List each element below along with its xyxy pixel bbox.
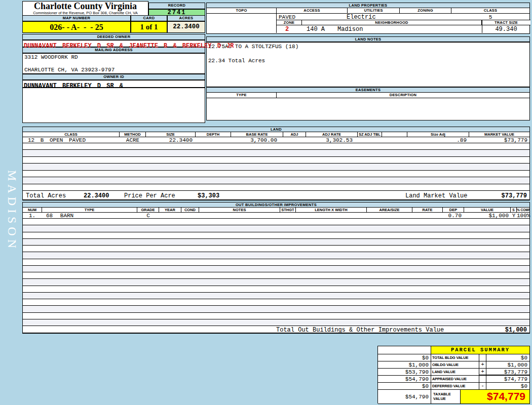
out-buildings-empty-rows <box>22 219 530 326</box>
acres-value: 22.3400 <box>167 21 205 33</box>
zoning-label: ZONING <box>400 8 451 13</box>
empty-table-row <box>23 184 529 190</box>
easement-type-label: TYPE <box>207 93 277 98</box>
card-label: CARD <box>131 15 167 21</box>
out-buildings-table: OUT BUILDINGS/OTHER IMPROVEMENTS NUMTYPE… <box>22 202 530 334</box>
deeded-owner-value: DUNNAVANT BERKELEY D SR & JEANETTE B & B… <box>22 40 205 47</box>
land-properties-label: LAND PROPERTIES <box>206 3 530 8</box>
empty-table-row <box>23 319 529 326</box>
taxable-left-value: $54,790 <box>378 390 431 404</box>
land-row: 12 B OPEN PAVED ACRE 22.3400 3,700.00 3,… <box>22 137 530 143</box>
class-label: CLASS <box>451 8 529 13</box>
topo-cell <box>207 14 277 33</box>
summary-right-value: $73,779 <box>486 369 530 376</box>
owner-id-label: OWNER ID <box>22 74 205 80</box>
easement-description-label: DESCRIPTION <box>277 93 529 98</box>
topo-label: TOPO <box>207 8 277 13</box>
empty-table-row <box>23 143 529 150</box>
map-number-label: MAP NUMBER <box>22 15 131 21</box>
summary-left-value: $54,790 <box>378 376 431 383</box>
tract-size-value: 49.340 <box>482 26 530 32</box>
summary-left-value: $1,000 <box>378 361 431 369</box>
land-totals-row: Total Acres 22.3400 Price Per Acre $3,30… <box>22 190 530 200</box>
deeded-owner-label: DEEDED OWNER <box>22 34 205 40</box>
summary-sign <box>479 376 486 383</box>
header-block: Charlotte County Virginia Commissioner o… <box>22 1 205 33</box>
county-title: Charlotte County Virginia <box>23 2 148 11</box>
easements-header-row: TYPE DESCRIPTION <box>206 93 530 98</box>
empty-table-row <box>23 246 529 252</box>
summary-sign <box>479 354 486 361</box>
access-label: ACCESS <box>277 8 348 13</box>
neighborhood-vertical-label: MADISON <box>2 170 19 246</box>
summary-right-value: $0 <box>486 383 530 390</box>
land-properties-values: PAVED Electric 5 ZONE NEIGHBORHOOD TRACT… <box>206 14 530 34</box>
price-per-acre-value: $3,303 <box>198 193 219 199</box>
owner-id-value: DUNNAVANT BERKELEY D SR & <box>22 80 205 88</box>
summary-right-value: $0 <box>486 354 530 361</box>
zone-header-row: ZONE NEIGHBORHOOD TRACT SIZE <box>277 20 530 25</box>
acres-label: ACRES <box>167 15 205 21</box>
map-number-value: 026- - A- - - 25 <box>22 21 131 33</box>
empty-table-row <box>23 306 529 312</box>
empty-table-row <box>23 259 529 266</box>
land-section-label: LAND <box>22 127 530 132</box>
county-title-box: Charlotte County Virginia Commissioner o… <box>22 1 148 16</box>
price-per-acre-label: Price Per Acre <box>124 193 175 199</box>
land-columns-header: CLASSMETHOD SIZEDEPTH BASE RATEADJ ADJ R… <box>22 132 530 137</box>
card-value: 1 of 1 <box>131 21 167 33</box>
summary-sign: + <box>479 369 486 376</box>
empty-table-row <box>23 299 529 306</box>
summary-row-label: TOTAL BLDG VALUE <box>431 354 479 361</box>
empty-table-row <box>23 286 529 293</box>
empty-table-row <box>23 239 529 246</box>
out-buildings-total-value: $1,000 <box>505 327 527 333</box>
neighborhood-code: 140 A <box>307 26 325 32</box>
empty-table-row <box>23 157 529 164</box>
out-buildings-section-label: OUT BUILDINGS/OTHER IMPROVEMENTS <box>22 202 530 208</box>
summary-row-label: OBLDG VALUE <box>431 361 479 369</box>
parcel-summary: PARCEL SUMMARY $0 TOTAL BLDG VALUE $0 $1… <box>377 346 530 403</box>
summary-right-value: $74,779 <box>486 376 530 383</box>
empty-table-row <box>23 252 529 259</box>
county-subtitle: Commissioner of the Revenue, PO Box 308,… <box>23 11 148 15</box>
easements-block: EASEMENTS TYPE DESCRIPTION <box>206 87 530 120</box>
land-market-value: $73,779 <box>502 193 527 199</box>
empty-table-row <box>23 293 529 299</box>
easements-label: EASEMENTS <box>206 87 530 93</box>
land-note-line2: 22.34 Total Acres <box>208 58 265 64</box>
summary-left-value: $0 <box>378 354 431 361</box>
land-notes-label: LAND NOTES <box>206 36 530 42</box>
out-buildings-total-label: Total Out Buildings & Other Improvements… <box>276 327 444 333</box>
summary-row-label: DEFERRED VALUE <box>431 383 479 390</box>
owner-empty-box <box>22 88 205 123</box>
empty-table-row <box>23 164 529 170</box>
total-acres-value: 22.3400 <box>84 193 109 199</box>
summary-row-label: APPRAISED VALUE <box>431 376 479 383</box>
mailing-address-box: 3312 WOODFORK RD CHARLOTTE CH, VA 23923-… <box>22 53 205 74</box>
neighborhood-name: Madison <box>337 26 363 32</box>
empty-table-row <box>23 266 529 272</box>
zone-label: ZONE <box>277 20 302 25</box>
empty-table-row <box>23 279 529 286</box>
address-line1: 3312 WOODFORK RD <box>23 54 205 60</box>
empty-table-row <box>23 219 529 225</box>
out-building-row: 1. 68 BARN C 0.70 $1,000 Y 100% <box>22 213 530 219</box>
address-line2: CHARLOTTE CH, VA 23923-9797 <box>24 67 115 73</box>
neighborhood-label: NEIGHBORHOOD <box>302 20 482 25</box>
empty-table-row <box>23 177 529 184</box>
zone-value: 2 <box>285 26 289 32</box>
record-label: RECORD <box>148 3 205 9</box>
out-buildings-total-row: Total Out Buildings & Other Improvements… <box>22 326 530 334</box>
easements-empty-box <box>206 98 530 120</box>
land-notes-box: 22.75AC TO A STOLTZFUS (18) 22.34 Total … <box>206 42 530 87</box>
empty-table-row <box>23 171 529 177</box>
total-acres-label: Total Acres <box>26 193 66 199</box>
empty-table-row <box>23 272 529 279</box>
summary-row-label: LAND VALUE <box>431 369 479 376</box>
taxable-row: $54,790 TAXABLE VALUE $74,779 <box>378 390 530 404</box>
taxable-value: $74,779 <box>461 390 530 404</box>
summary-header-spacer <box>378 346 431 354</box>
utilities-label: UTILITIES <box>348 8 400 13</box>
land-market-value-label: Land Market Value <box>405 193 467 199</box>
